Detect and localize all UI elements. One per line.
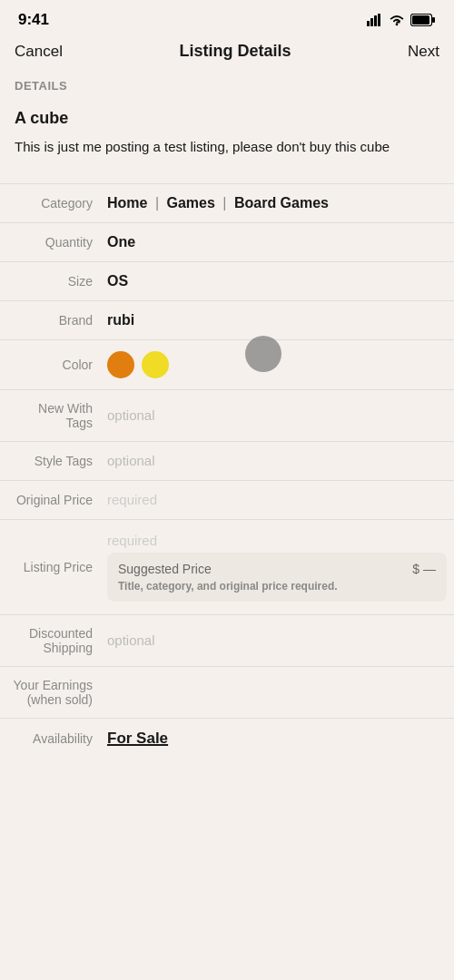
listing-price-label: Listing Price [0,519,100,614]
original-price-label: Original Price [0,480,100,519]
suggested-price-amount: $ — [412,562,436,576]
availability-text: For Sale [107,730,168,747]
suggested-price-label: Suggested Price [118,562,212,576]
listing-info: A cube This is just me posting a test li… [0,98,454,183]
category-games: Games [167,195,215,211]
earnings-label: Your Earnings(when sold) [0,666,100,718]
availability-row: Availability For Sale [0,718,454,759]
new-with-tags-label: New WithTags [0,389,100,441]
discounted-shipping-placeholder: optional [107,632,155,648]
style-tags-label: Style Tags [0,441,100,480]
quantity-row: Quantity One [0,222,454,261]
size-value[interactable]: OS [100,261,454,300]
suggested-price-box: Suggested Price $ — Title, category, and… [107,553,447,602]
color-row: Color [0,339,454,389]
size-label: Size [0,261,100,300]
status-time: 9:41 [18,11,49,29]
discounted-shipping-row: DiscountedShipping optional [0,614,454,666]
original-price-placeholder: required [107,492,157,507]
listing-price-placeholder: required [107,533,157,548]
svg-point-4 [396,24,399,26]
swatch-yellow[interactable] [142,351,169,378]
earnings-value[interactable] [100,666,454,718]
category-board-games: Board Games [234,195,329,211]
details-table: Category Home | Games | Board Games Quan… [0,183,454,759]
color-label: Color [0,339,100,389]
brand-row: Brand rubi [0,300,454,339]
svg-rect-3 [378,14,380,26]
swatches-container [107,351,447,378]
earnings-row: Your Earnings(when sold) [0,666,454,718]
section-header: DETAILS [0,72,454,98]
nav-bar: Cancel Listing Details Next [0,34,454,72]
listing-price-row: Listing Price required Suggested Price $… [0,519,454,614]
style-tags-placeholder: optional [107,453,155,468]
page-title: Listing Details [179,42,291,61]
brand-label: Brand [0,300,100,339]
discounted-shipping-value[interactable]: optional [100,614,454,666]
original-price-row: Original Price required [0,480,454,519]
listing-title: A cube [15,109,439,128]
sep2: | [219,195,231,211]
cancel-button[interactable]: Cancel [15,43,63,61]
original-price-value[interactable]: required [100,480,454,519]
new-with-tags-placeholder: optional [107,407,155,423]
svg-rect-6 [432,17,435,23]
style-tags-row: Style Tags optional [0,441,454,480]
quantity-value[interactable]: One [100,222,454,261]
style-tags-value[interactable]: optional [100,441,454,480]
quantity-label: Quantity [0,222,100,261]
category-label: Category [0,183,100,222]
new-with-tags-row: New WithTags optional [0,389,454,441]
category-row: Category Home | Games | Board Games [0,183,454,222]
svg-rect-2 [374,15,377,26]
availability-label: Availability [0,718,100,759]
status-bar: 9:41 [0,0,454,34]
svg-rect-7 [412,15,429,24]
svg-rect-1 [370,18,373,26]
battery-icon [410,14,436,26]
wifi-icon [389,14,405,26]
size-row: Size OS [0,261,454,300]
listing-price-value[interactable]: required Suggested Price $ — Title, cate… [100,519,454,614]
suggested-price-note: Title, category, and original price requ… [118,580,436,593]
swatch-orange[interactable] [107,351,134,378]
listing-description: This is just me posting a test listing, … [15,137,439,158]
category-home: Home [107,195,147,211]
discounted-shipping-label: DiscountedShipping [0,614,100,666]
suggested-price-header: Suggested Price $ — [118,562,436,576]
status-icons [367,14,436,26]
color-swatches[interactable] [100,339,454,389]
signal-icon [367,14,383,26]
new-with-tags-value[interactable]: optional [100,389,454,441]
category-value[interactable]: Home | Games | Board Games [100,183,454,222]
brand-value[interactable]: rubi [100,300,454,339]
svg-rect-0 [367,21,370,26]
next-button[interactable]: Next [408,43,439,61]
availability-value[interactable]: For Sale [100,718,454,759]
sep1: | [151,195,163,211]
